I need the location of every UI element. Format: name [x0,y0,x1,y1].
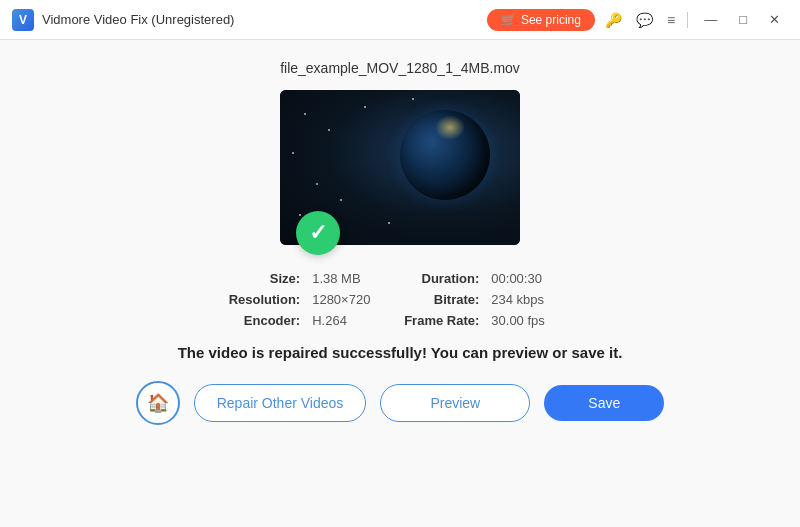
video-info-grid: Size: 1.38 MB Duration: 00:00:30 Resolut… [229,271,572,328]
app-icon: V [12,9,34,31]
home-icon: 🏠 [147,392,169,414]
size-value: 1.38 MB [312,271,392,286]
framerate-value: 30.00 fps [491,313,571,328]
bitrate-value: 234 kbps [491,292,571,307]
title-bar-right: 🛒 See pricing 🔑 💬 ≡ — □ ✕ [487,8,788,32]
preview-button[interactable]: Preview [380,384,530,422]
earth-light [435,115,465,140]
save-button[interactable]: Save [544,385,664,421]
pricing-button[interactable]: 🛒 See pricing [487,9,595,31]
success-checkmark: ✓ [296,211,340,255]
file-name: file_example_MOV_1280_1_4MB.mov [280,60,520,76]
main-content: file_example_MOV_1280_1_4MB.mov [0,40,800,527]
duration-value: 00:00:30 [491,271,571,286]
home-button[interactable]: 🏠 [136,381,180,425]
menu-button[interactable]: ≡ [663,8,679,32]
video-container: ✓ [280,90,520,245]
chat-button[interactable]: 💬 [632,8,657,32]
minimize-button[interactable]: — [696,8,725,31]
encoder-value: H.264 [312,313,392,328]
size-label: Size: [229,271,301,286]
encoder-label: Encoder: [229,313,301,328]
cart-icon: 🛒 [501,13,516,27]
bitrate-label: Bitrate: [404,292,479,307]
title-bar: V Vidmore Video Fix (Unregistered) 🛒 See… [0,0,800,40]
maximize-button[interactable]: □ [731,8,755,31]
app-title: Vidmore Video Fix (Unregistered) [42,12,234,27]
buttons-row: 🏠 Repair Other Videos Preview Save [136,381,665,425]
close-button[interactable]: ✕ [761,8,788,31]
title-bar-left: V Vidmore Video Fix (Unregistered) [12,9,234,31]
duration-label: Duration: [404,271,479,286]
success-message: The video is repaired successfully! You … [178,344,623,361]
divider [687,12,688,28]
repair-others-button[interactable]: Repair Other Videos [194,384,367,422]
resolution-value: 1280×720 [312,292,392,307]
resolution-label: Resolution: [229,292,301,307]
framerate-label: Frame Rate: [404,313,479,328]
key-button[interactable]: 🔑 [601,8,626,32]
